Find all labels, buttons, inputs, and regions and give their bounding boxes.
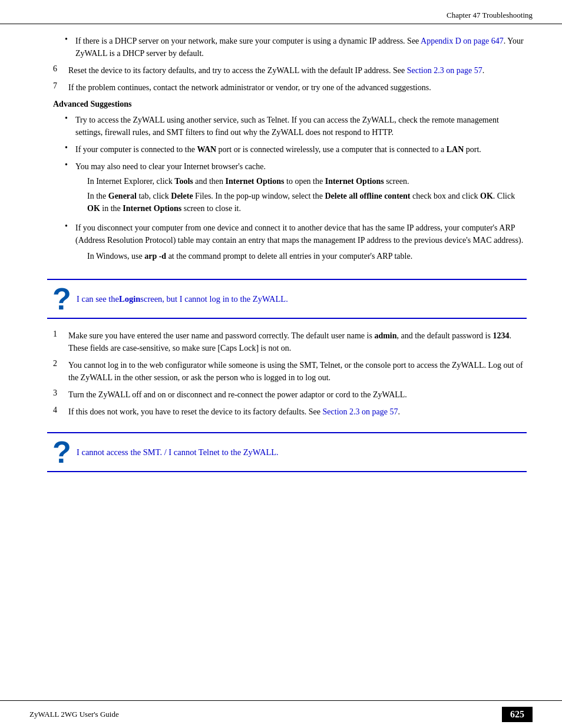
q1-step-3: 3 Turn the ZyWALL off and on or disconne… xyxy=(47,388,527,401)
adv-bullet-1: • Try to access the ZyWALL using another… xyxy=(47,114,527,139)
footer-title: ZyWALL 2WG User's Guide xyxy=(29,710,119,719)
step-6-number: 6 xyxy=(53,64,68,77)
section-2-3-link-2[interactable]: Section 2.3 on page 57 xyxy=(323,407,398,416)
question-1-text: I can see the Login screen, but I cannot… xyxy=(77,284,527,314)
adv-bullet-4: • If you disconnect your computer from o… xyxy=(47,222,527,265)
q1-step-3-text: Turn the ZyWALL off and on or disconnect… xyxy=(68,388,527,401)
adv-bullet-2: • If your computer is connected to the W… xyxy=(47,143,527,156)
bullet-marker: • xyxy=(65,222,75,265)
step-6: 6 Reset the device to its factory defaul… xyxy=(47,64,527,77)
adv-bullet-3-sub1: In Internet Explorer, click Tools and th… xyxy=(75,175,527,187)
adv-bullet-4-sub1: In Windows, use arp -d at the command pr… xyxy=(75,250,527,262)
step-7-number: 7 xyxy=(53,81,68,94)
page: Chapter 47 Troubleshooting • If there is… xyxy=(0,0,562,728)
q1-step-4-number: 4 xyxy=(53,406,68,418)
bullet-marker: • xyxy=(65,114,75,139)
bullet-marker: • xyxy=(65,143,75,156)
q1-step-2: 2 You cannot log in to the web configura… xyxy=(47,359,527,384)
dhcp-bullet-text: If there is a DHCP server on your networ… xyxy=(75,35,527,60)
page-footer: ZyWALL 2WG User's Guide 625 xyxy=(0,700,562,728)
q1-step-2-text: You cannot log in to the web configurato… xyxy=(68,359,527,384)
step-7: 7 If the problem continues, contact the … xyxy=(47,81,527,94)
list-item: • If there is a DHCP server on your netw… xyxy=(47,35,527,60)
adv-bullet-3-sub2: In the General tab, click Delete Files. … xyxy=(75,190,527,215)
question-mark-1: ? xyxy=(47,284,77,314)
question-mark-2: ? xyxy=(47,437,77,467)
step-6-text: Reset the device to its factory defaults… xyxy=(68,64,527,77)
adv-bullet-2-text: If your computer is connected to the WAN… xyxy=(75,143,527,156)
bullet-marker: • xyxy=(65,160,75,217)
adv-bullet-3-text: You may also need to clear your Internet… xyxy=(75,160,527,217)
adv-bullet-1-text: Try to access the ZyWALL using another s… xyxy=(75,114,527,139)
q1-step-1-number: 1 xyxy=(53,330,68,354)
question-block-2: ? I cannot access the SMT. / I cannot Te… xyxy=(47,432,527,472)
q1-step-4-text: If this does not work, you have to reset… xyxy=(68,406,527,418)
adv-bullet-3: • You may also need to clear your Intern… xyxy=(47,160,527,217)
section-2-3-link-1[interactable]: Section 2.3 on page 57 xyxy=(407,66,482,75)
bullet-marker: • xyxy=(65,35,75,60)
q1-step-3-number: 3 xyxy=(53,388,68,401)
q1-step-1: 1 Make sure you have entered the user na… xyxy=(47,330,527,354)
q1-step-4: 4 If this does not work, you have to res… xyxy=(47,406,527,418)
page-content: • If there is a DHCP server on your netw… xyxy=(0,24,562,518)
question-2-text: I cannot access the SMT. / I cannot Teln… xyxy=(77,437,527,467)
appendix-d-link[interactable]: Appendix D on page 647 xyxy=(421,37,504,45)
advanced-suggestions-heading: Advanced Suggestions xyxy=(47,100,527,109)
chapter-title: Chapter 47 Troubleshooting xyxy=(447,11,533,20)
q1-step-1-text: Make sure you have entered the user name… xyxy=(68,330,527,354)
step-7-text: If the problem continues, contact the ne… xyxy=(68,81,527,94)
page-number: 625 xyxy=(502,707,533,722)
page-header: Chapter 47 Troubleshooting xyxy=(0,0,562,24)
q1-step-2-number: 2 xyxy=(53,359,68,384)
adv-bullet-4-text: If you disconnect your computer from one… xyxy=(75,222,527,265)
question-block-1: ? I can see the Login screen, but I cann… xyxy=(47,279,527,319)
